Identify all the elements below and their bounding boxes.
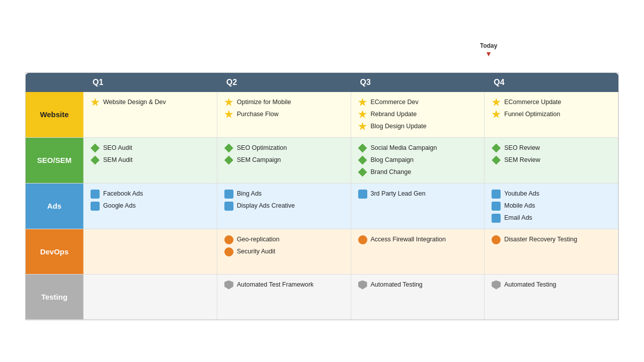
icon-square-icon: [492, 202, 501, 211]
item-label: Mobile Ads: [504, 202, 535, 210]
list-item: SEO Audit: [91, 144, 210, 153]
item-label: SEM Campaign: [237, 156, 281, 164]
item-label: Automated Testing: [504, 281, 556, 289]
cell-seo-sem-q1: SEO AuditSEM Audit: [84, 138, 217, 184]
item-label: Email Ads: [504, 214, 532, 222]
cell-website-q1: Website Design & Dev: [84, 92, 217, 138]
list-item: Rebrand Update: [358, 110, 477, 119]
cell-website-q2: Optimize for MobilePurchase Flow: [217, 92, 351, 138]
icon-star-icon: [358, 110, 367, 119]
icon-star-icon: [492, 98, 501, 107]
today-marker: Today ▼: [480, 42, 497, 57]
cell-testing-q4: Automated Testing: [485, 275, 618, 320]
icon-shield-icon: [358, 281, 367, 290]
item-label: Google Ads: [103, 202, 136, 210]
list-item: Funnel Optimization: [492, 110, 611, 119]
header-quarter-q4: Q4: [485, 73, 618, 92]
item-label: 3rd Party Lead Gen: [371, 190, 426, 198]
item-label: Facebook Ads: [103, 190, 143, 198]
icon-diamond-icon: [224, 144, 233, 153]
item-label: Rebrand Update: [371, 110, 417, 118]
cell-ads-q2: Bing AdsDisplay Ads Creative: [217, 184, 351, 229]
item-label: Social Media Campaign: [371, 144, 437, 152]
item-label: SEO Review: [504, 144, 540, 152]
item-label: Automated Test Framework: [237, 281, 314, 289]
icon-star-icon: [358, 98, 367, 107]
icon-star-icon: [224, 98, 233, 107]
list-item: Facebook Ads: [91, 190, 210, 199]
list-item: SEO Review: [492, 144, 611, 153]
row-label-testing: Testing: [26, 275, 84, 320]
cell-website-q3: ECommerce DevRebrand UpdateBlog Design U…: [351, 92, 485, 138]
icon-circle-icon: [224, 235, 233, 244]
item-label: Automated Testing: [371, 281, 423, 289]
icon-star-icon: [492, 110, 501, 119]
list-item: Social Media Campaign: [358, 144, 477, 153]
cell-website-q4: ECommerce UpdateFunnel Optimization: [485, 92, 618, 138]
cell-ads-q3: 3rd Party Lead Gen: [351, 184, 485, 229]
list-item: Display Ads Creative: [224, 202, 344, 211]
cell-testing-q3: Automated Testing: [351, 275, 485, 320]
list-item: SEO Optimization: [224, 144, 344, 153]
row-label-website: Website: [26, 92, 84, 138]
list-item: Automated Testing: [492, 281, 611, 290]
icon-circle-icon: [492, 235, 501, 244]
list-item: SEM Campaign: [224, 156, 344, 165]
item-label: SEO Audit: [103, 144, 132, 152]
icon-star-icon: [91, 98, 100, 107]
header-quarter-q1: Q1: [84, 73, 217, 92]
icon-square-icon: [492, 190, 501, 199]
list-item: ECommerce Dev: [358, 98, 477, 107]
icon-diamond-icon: [492, 156, 501, 165]
item-label: Security Audit: [237, 247, 275, 255]
item-label: SEM Audit: [103, 156, 132, 164]
item-label: Display Ads Creative: [237, 202, 295, 210]
icon-square-icon: [91, 202, 100, 211]
list-item: Blog Design Update: [358, 122, 477, 131]
item-label: Funnel Optimization: [504, 110, 560, 118]
list-item: Automated Testing: [358, 281, 477, 290]
list-item: Bing Ads: [224, 190, 344, 199]
list-item: Disaster Recovery Testing: [492, 235, 611, 244]
today-arrow: ▼: [485, 50, 492, 57]
icon-star-icon: [358, 122, 367, 131]
item-label: Optimize for Mobile: [237, 98, 291, 106]
list-item: Security Audit: [224, 247, 344, 256]
row-label-devops: DevOps: [26, 229, 84, 275]
today-label: Today: [480, 42, 497, 49]
list-item: Mobile Ads: [492, 202, 611, 211]
item-label: Access Firewall Integration: [371, 235, 446, 243]
list-item: Blog Campaign: [358, 156, 477, 165]
cell-testing-q1: [84, 275, 217, 320]
list-item: SEM Audit: [91, 156, 210, 165]
item-label: Bing Ads: [237, 190, 262, 198]
list-item: Youtube Ads: [492, 190, 611, 199]
cell-devops-q3: Access Firewall Integration: [351, 229, 485, 275]
roadmap-grid: Q1Q2Q3Q4WebsiteWebsite Design & DevOptim…: [25, 72, 619, 320]
header-empty: [26, 73, 84, 92]
icon-square-icon: [358, 190, 367, 199]
list-item: Google Ads: [91, 202, 210, 211]
cell-seo-sem-q3: Social Media CampaignBlog CampaignBrand …: [351, 138, 485, 184]
icon-square-icon: [224, 190, 233, 199]
icon-square-icon: [91, 190, 100, 199]
icon-circle-icon: [358, 235, 367, 244]
item-label: Disaster Recovery Testing: [504, 235, 577, 243]
cell-seo-sem-q4: SEO ReviewSEM Review: [485, 138, 618, 184]
item-label: Youtube Ads: [504, 190, 539, 198]
cell-seo-sem-q2: SEO OptimizationSEM Campaign: [217, 138, 351, 184]
icon-diamond-icon: [358, 168, 367, 177]
item-label: Blog Design Update: [371, 122, 427, 130]
icon-star-icon: [224, 110, 233, 119]
item-label: Blog Campaign: [371, 156, 414, 164]
list-item: Brand Change: [358, 168, 477, 177]
item-label: Purchase Flow: [237, 110, 279, 118]
icon-square-icon: [224, 202, 233, 211]
list-item: Email Ads: [492, 214, 611, 223]
icon-diamond-icon: [492, 144, 501, 153]
list-item: Automated Test Framework: [224, 281, 344, 290]
cell-devops-q2: Geo-replicationSecurity Audit: [217, 229, 351, 275]
item-label: Brand Change: [371, 168, 412, 176]
row-label-ads: Ads: [26, 184, 84, 229]
item-label: ECommerce Dev: [371, 98, 419, 106]
